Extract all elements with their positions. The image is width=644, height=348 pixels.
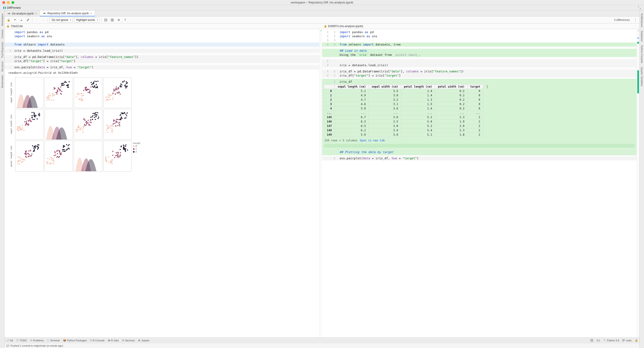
r-console-icon: R [90, 339, 92, 342]
table-row[interactable]: 05.13.51.40.20 [324, 89, 492, 93]
dataframe-output: sepal length (cm)sepal width (cm)petal l… [322, 84, 637, 148]
editor-tabs: iris-analysis.ipynb×Repository Diff: iri… [4, 10, 640, 16]
cursor-position[interactable]: 5:1 [596, 339, 600, 342]
git-branch[interactable]: main [622, 339, 632, 342]
prev-diff-button[interactable] [12, 17, 18, 22]
dataframe-table[interactable]: sepal length (cm)sepal width (cm)petal l… [324, 84, 492, 137]
help-icon[interactable]: ? [122, 17, 128, 22]
cell-output-repr: <seaborn.axisgrid.PairGrid at 0x1394c93a… [4, 69, 319, 76]
table-row[interactable]: 1456.73.05.22.32 [324, 115, 492, 119]
tab-iris-analysis-ipynb[interactable]: iris-analysis.ipynb× [4, 10, 40, 16]
forward-button[interactable]: → [41, 17, 46, 22]
pairplot-subplot [15, 141, 44, 171]
diff-icon [3, 6, 6, 10]
rail-item-jupyter-variables[interactable]: Jupyter Variables [640, 65, 644, 88]
svg-rect-0 [3, 7, 4, 9]
sync-scroll-button[interactable] [110, 17, 115, 22]
svg-rect-9 [112, 19, 114, 21]
r-jobs-icon: ▣ [108, 339, 110, 342]
collapse-unchanged-button[interactable] [103, 17, 108, 22]
toolwindow-r-console[interactable]: R R Console [90, 339, 104, 342]
pairplot-subplot [74, 77, 102, 108]
toolwindow-r-jobs[interactable]: ▣ R Jobs [108, 339, 119, 342]
svg-point-14 [623, 341, 624, 341]
table-row[interactable]: 34.63.11.50.20 [324, 102, 492, 106]
rail-item-bookmarks[interactable]: Bookmarks [0, 73, 4, 90]
open-in-new-tab-link[interactable]: Open in new tab [360, 139, 385, 142]
rail-item-database[interactable]: Database [640, 29, 644, 43]
close-icon[interactable]: × [35, 12, 37, 15]
rail-item-structure[interactable]: Structure [0, 59, 4, 73]
window-zoom[interactable] [12, 1, 14, 4]
rail-item-pull-requests[interactable]: Pull Requests [0, 40, 4, 59]
table-row[interactable]: 24.73.21.30.20 [324, 98, 492, 102]
svg-point-3 [9, 13, 10, 14]
pairplot-output: sepal length (cm)sepal width (cm)petal l… [8, 77, 146, 171]
svg-rect-10 [591, 339, 593, 342]
settings-icon[interactable]: ⚙ [116, 17, 121, 22]
table-row[interactable]: 45.03.61.40.20 [324, 106, 492, 111]
table-row[interactable]: 14.93.01.40.20 [324, 93, 492, 98]
next-diff-button[interactable] [19, 17, 24, 22]
more-icon[interactable]: ⋮ [633, 17, 638, 22]
toolwindow-jupyter[interactable]: ◉ Jupyter [138, 339, 150, 342]
python-interpreter[interactable]: Python 3.9 [604, 339, 620, 342]
tab-repository-diff-iris-analysis-ipynb[interactable]: Repository Diff: iris-analysis.ipynb× [40, 10, 95, 16]
status-bar: Pushed 1 commit to origin/main (a minute… [4, 343, 640, 348]
breadcrumb[interactable]: DiffPreview [7, 6, 21, 9]
toolwindow-services[interactable]: ⊞ Services [122, 339, 135, 342]
table-row[interactable]: 1476.53.05.22.02 [324, 124, 492, 128]
python-packages-icon: 📦 [63, 339, 66, 342]
git-icon: ⎇ [6, 339, 9, 342]
jupyter-icon: ◉ [138, 339, 140, 342]
df-column-header[interactable]: petal length (cm) [401, 85, 435, 89]
df-column-header[interactable]: sepal length (cm) [335, 85, 369, 89]
edit-icon[interactable] [25, 17, 30, 22]
rail-item-workspace[interactable]: Workspace [0, 11, 4, 28]
rail-item-commit[interactable]: Commit [0, 28, 4, 40]
close-icon[interactable]: × [90, 11, 92, 15]
svg-point-13 [623, 339, 624, 340]
pairplot-subplot [44, 141, 73, 171]
window-minimize[interactable] [7, 1, 10, 4]
table-row[interactable]: 1495.93.05.11.82 [324, 133, 492, 137]
lock-status-icon[interactable]: 🔒 [635, 339, 638, 342]
back-button[interactable]: ← [34, 17, 39, 22]
event-log-icon[interactable] [590, 339, 594, 342]
right-marker-strip[interactable]: ✓ [637, 29, 640, 338]
expand-icon[interactable] [638, 6, 641, 10]
toolwindow-terminal[interactable]: ▢ Terminal [47, 339, 60, 342]
toolwindow-git[interactable]: ⎇ Git [6, 339, 13, 342]
rail-item-notifications[interactable]: Notifications [640, 11, 644, 29]
svg-point-15 [624, 340, 625, 341]
diff-toolbar: 🔒 ← → Do not ignore Highlight words [4, 16, 640, 23]
df-column-header[interactable]: target [467, 85, 483, 89]
pairplot-subplot [15, 109, 44, 140]
toolwindow-problems[interactable]: ⊘ Problems [30, 339, 44, 342]
terminal-icon: ▢ [47, 339, 49, 342]
right-revision-label: 916f0f74 (iris-analysis.ipynb) [328, 24, 363, 28]
services-icon: ⊞ [122, 339, 124, 342]
df-column-header[interactable]: petal width (cm) [435, 85, 467, 89]
table-row[interactable]: 1486.23.45.42.32 [324, 128, 492, 133]
more-icon[interactable]: ⋮ [483, 85, 492, 89]
rail-item-python-console[interactable]: Python Console [640, 43, 644, 65]
pairplot-legend: target012 [132, 141, 146, 171]
highlight-select[interactable]: Highlight words [74, 17, 99, 22]
toolwindow-python-packages[interactable]: 📦 Python Packages [63, 339, 87, 342]
pairplot-subplot [44, 109, 73, 140]
table-row[interactable]: 1466.32.55.01.92 [324, 119, 492, 124]
svg-point-5 [44, 13, 46, 14]
ignore-select[interactable]: Do not ignore [50, 17, 73, 22]
dataframe-shape: 150 rows × 5 columns [324, 139, 358, 142]
toolwindow-todo[interactable]: ☑ TODO [16, 339, 27, 342]
left-marker-strip[interactable]: ✓ [319, 29, 322, 338]
diff-pane-right: 🔒 916f0f74 (iris-analysis.ipynb) 11impor… [322, 23, 640, 338]
df-column-header[interactable]: sepal width (cm) [369, 85, 401, 89]
table-row[interactable]: .................. [324, 111, 492, 115]
problems-icon: ⊘ [30, 339, 32, 342]
pairplot-subplot [103, 77, 132, 108]
window-close[interactable] [2, 1, 5, 4]
pairplot-subplot [103, 109, 132, 140]
pairplot-subplot [15, 77, 44, 108]
